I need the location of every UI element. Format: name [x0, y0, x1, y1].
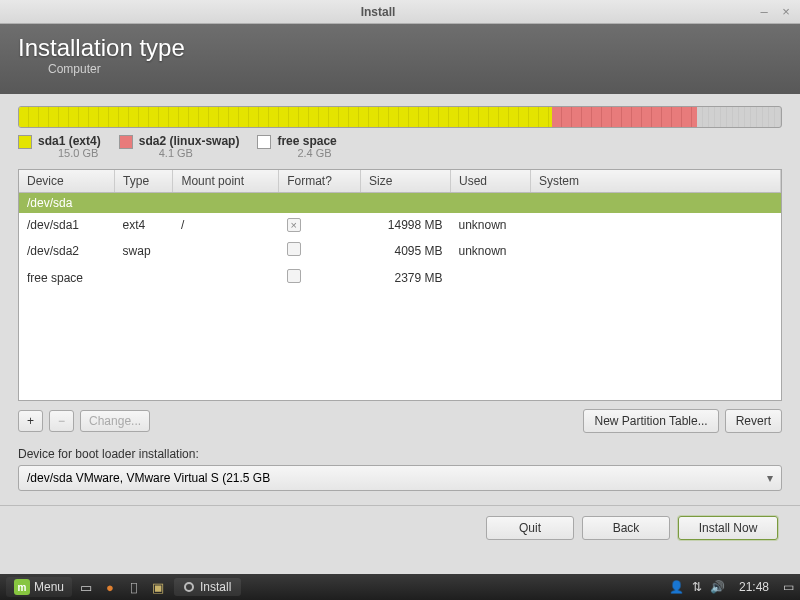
- window-title: Install: [6, 5, 750, 19]
- legend-label: sda1 (ext4): [38, 134, 101, 148]
- files-icon[interactable]: ▣: [148, 577, 168, 597]
- tray-icon[interactable]: ▭: [783, 580, 794, 594]
- cell-device: /dev/sda2: [19, 237, 115, 264]
- partition-table[interactable]: Device Type Mount point Format? Size Use…: [18, 169, 782, 401]
- swatch-icon: [119, 135, 133, 149]
- menu-label: Menu: [34, 580, 64, 594]
- install-now-button[interactable]: Install Now: [678, 516, 778, 540]
- disk-row[interactable]: /dev/sda: [19, 193, 781, 214]
- col-system[interactable]: System: [531, 170, 781, 193]
- close-button[interactable]: ×: [778, 4, 794, 20]
- user-icon[interactable]: 👤: [669, 580, 684, 594]
- network-icon[interactable]: ⇅: [692, 580, 702, 594]
- legend-size: 4.1 GB: [159, 147, 240, 159]
- mint-logo-icon: m: [14, 579, 30, 595]
- terminal-icon[interactable]: ⌷: [124, 577, 144, 597]
- clock[interactable]: 21:48: [739, 580, 769, 594]
- menu-button[interactable]: m Menu: [6, 577, 72, 597]
- page-title: Installation type: [18, 34, 782, 62]
- col-size[interactable]: Size: [361, 170, 451, 193]
- cell-mount: /: [173, 213, 279, 237]
- cell-mount: [173, 264, 279, 291]
- show-desktop-icon[interactable]: ▭: [76, 577, 96, 597]
- task-icon: [184, 582, 194, 592]
- cell-used: unknown: [451, 237, 531, 264]
- partition-row[interactable]: free space 2379 MB: [19, 264, 781, 291]
- legend: sda1 (ext4) 15.0 GB sda2 (linux-swap) 4.…: [18, 134, 782, 159]
- legend-label: free space: [277, 134, 336, 148]
- column-headers: Device Type Mount point Format? Size Use…: [19, 170, 781, 193]
- taskbar[interactable]: m Menu ▭ ● ⌷ ▣ Install 👤 ⇅ 🔊 21:48 ▭: [0, 574, 800, 600]
- page-header: Installation type Computer: [0, 24, 800, 94]
- page-subtitle: Computer: [48, 62, 782, 76]
- swatch-icon: [18, 135, 32, 149]
- cell-used: [451, 264, 531, 291]
- cell-size: 2379 MB: [361, 264, 451, 291]
- firefox-icon[interactable]: ●: [100, 577, 120, 597]
- partition-row[interactable]: /dev/sda1 ext4 / × 14998 MB unknown: [19, 213, 781, 237]
- change-partition-button[interactable]: Change...: [80, 410, 150, 432]
- partition-toolbar: + − Change... New Partition Table... Rev…: [18, 409, 782, 433]
- legend-size: 2.4 GB: [297, 147, 336, 159]
- bootloader-device-value: /dev/sda VMware, VMware Virtual S (21.5 …: [27, 471, 767, 485]
- quit-button[interactable]: Quit: [486, 516, 574, 540]
- col-type[interactable]: Type: [115, 170, 173, 193]
- legend-item: free space 2.4 GB: [257, 134, 336, 159]
- disk-row-label: /dev/sda: [19, 193, 781, 214]
- cell-type: [115, 264, 173, 291]
- add-partition-button[interactable]: +: [18, 410, 43, 432]
- legend-item: sda1 (ext4) 15.0 GB: [18, 134, 101, 159]
- swatch-icon: [257, 135, 271, 149]
- cell-system: [531, 237, 781, 264]
- cell-mount: [173, 237, 279, 264]
- task-install[interactable]: Install: [174, 578, 241, 596]
- cell-type: swap: [115, 237, 173, 264]
- checkbox-icon[interactable]: [287, 269, 301, 283]
- usage-segment-sda2: [552, 107, 697, 127]
- new-partition-table-button[interactable]: New Partition Table...: [583, 409, 718, 433]
- legend-item: sda2 (linux-swap) 4.1 GB: [119, 134, 240, 159]
- cell-format[interactable]: [279, 237, 361, 264]
- cell-format[interactable]: ×: [279, 213, 361, 237]
- cell-system: [531, 264, 781, 291]
- bootloader-device-select[interactable]: /dev/sda VMware, VMware Virtual S (21.5 …: [18, 465, 782, 491]
- cell-system: [531, 213, 781, 237]
- back-button[interactable]: Back: [582, 516, 670, 540]
- cell-used: unknown: [451, 213, 531, 237]
- cell-type: ext4: [115, 213, 173, 237]
- legend-size: 15.0 GB: [58, 147, 101, 159]
- minimize-button[interactable]: –: [756, 4, 772, 20]
- cell-device: free space: [19, 264, 115, 291]
- cell-device: /dev/sda1: [19, 213, 115, 237]
- window-titlebar: Install – ×: [0, 0, 800, 24]
- legend-label: sda2 (linux-swap): [139, 134, 240, 148]
- footer-buttons: Quit Back Install Now: [18, 516, 782, 540]
- task-label: Install: [200, 580, 231, 594]
- divider: [0, 505, 800, 506]
- revert-button[interactable]: Revert: [725, 409, 782, 433]
- checkbox-icon[interactable]: [287, 242, 301, 256]
- bootloader-label: Device for boot loader installation:: [18, 447, 782, 461]
- usage-segment-free: [697, 107, 781, 127]
- system-tray: 👤 ⇅ 🔊 21:48 ▭: [669, 580, 794, 594]
- volume-icon[interactable]: 🔊: [710, 580, 725, 594]
- col-mount[interactable]: Mount point: [173, 170, 279, 193]
- partition-row[interactable]: /dev/sda2 swap 4095 MB unknown: [19, 237, 781, 264]
- cell-size: 4095 MB: [361, 237, 451, 264]
- col-device[interactable]: Device: [19, 170, 115, 193]
- checkbox-icon[interactable]: ×: [287, 218, 301, 232]
- cell-size: 14998 MB: [361, 213, 451, 237]
- col-used[interactable]: Used: [451, 170, 531, 193]
- remove-partition-button[interactable]: −: [49, 410, 74, 432]
- col-format[interactable]: Format?: [279, 170, 361, 193]
- chevron-down-icon: ▾: [767, 471, 773, 485]
- disk-usage-bar: [18, 106, 782, 128]
- cell-format[interactable]: [279, 264, 361, 291]
- usage-segment-sda1: [19, 107, 552, 127]
